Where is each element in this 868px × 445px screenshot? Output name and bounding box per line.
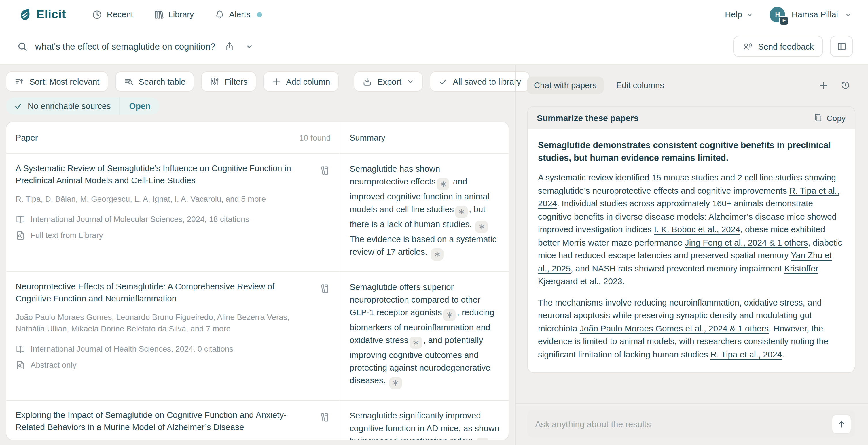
export-label: Export <box>377 77 401 86</box>
user-name: Hamsa Pillai <box>792 10 838 19</box>
summary-card-title: Summarize these papers <box>537 113 639 123</box>
summary-card-header: Summarize these papers Copy <box>528 107 855 129</box>
citation-asterisk-chip[interactable]: ∗ <box>437 178 450 190</box>
search-icon <box>17 41 28 52</box>
citation-asterisk-chip[interactable]: ∗ <box>389 377 402 389</box>
chat-history-icon[interactable] <box>840 80 851 90</box>
citation-asterisk-chip[interactable]: ∗ <box>476 438 489 440</box>
citation-link[interactable]: R. Tipa et al., 2024 <box>710 350 782 359</box>
main-content: Sort: Most relevant Search table Filters <box>0 65 868 445</box>
add-column-button[interactable]: Add column <box>263 71 339 92</box>
paper-authors: R. Tipa, D. Bălan, M. Georgescu, L. A. I… <box>16 194 333 205</box>
summary-text: Semaglutide significantly improved cogni… <box>350 409 499 440</box>
results-toolbar: Sort: Most relevant Search table Filters <box>6 71 509 92</box>
user-menu[interactable]: H E Hamsa Pillai <box>770 7 852 22</box>
document-search-icon <box>16 360 25 370</box>
paper-title-link[interactable]: A Systematic Review of Semaglutide’s Inf… <box>16 162 333 187</box>
journal-text: International Journal of Molecular Scien… <box>31 215 249 224</box>
nav-item-alerts[interactable]: Alerts <box>215 9 262 19</box>
book-open-icon <box>16 344 25 354</box>
summary-cell: Semaglutide significantly improved cogni… <box>339 400 508 440</box>
search-query-area: what's the effect of semaglutide on cogn… <box>17 41 253 52</box>
search-query-input[interactable]: what's the effect of semaglutide on cogn… <box>35 41 215 52</box>
sort-button[interactable]: Sort: Most relevant <box>6 71 108 92</box>
search-options-chevron-icon[interactable] <box>245 42 253 51</box>
paper-cell: Neuroprotective Effects of Semaglutide: … <box>6 272 339 400</box>
chat-panel: Chat with papers Edit columns Summarize … <box>515 65 868 445</box>
open-paper-books-icon[interactable] <box>318 412 330 423</box>
citation-asterisk-chip[interactable]: ∗ <box>431 248 443 260</box>
new-chat-plus-icon[interactable] <box>818 81 828 90</box>
citation-link[interactable]: João Paulo Moraes Gomes et al., 2024 & 1… <box>580 324 769 333</box>
summary-paragraph: A systematic review identified 15 mouse … <box>538 172 844 288</box>
nav-item-library[interactable]: Library <box>154 9 194 19</box>
paper-title-link[interactable]: Exploring the Impact of Semaglutide on C… <box>16 409 333 434</box>
chevron-down-icon <box>844 11 852 18</box>
paper-cell: A Systematic Review of Semaglutide’s Inf… <box>6 154 339 271</box>
citation-link[interactable]: I. K. Boboc et al., 2024 <box>654 225 740 234</box>
send-feedback-button[interactable]: Send feedback <box>734 36 824 57</box>
check-icon <box>14 102 23 110</box>
book-open-icon <box>16 214 25 224</box>
results-table: Paper 10 found Summary A Systematic Revi… <box>6 122 509 440</box>
table-row: Neuroprotective Effects of Semaglutide: … <box>6 271 508 400</box>
ask-input[interactable] <box>535 419 832 429</box>
feedback-icon <box>743 41 753 52</box>
search-table-icon <box>124 77 133 86</box>
nav-label: Alerts <box>229 10 250 19</box>
brand-name: Elicit <box>36 7 66 21</box>
plus-icon <box>272 77 281 86</box>
enrichable-banner-row: No enrichable sources Open <box>6 97 509 115</box>
summary-cell: Semaglutide offers superior neuroprotect… <box>339 272 508 400</box>
elicit-logo[interactable]: Elicit <box>17 7 66 22</box>
avatar: H E <box>770 7 785 22</box>
help-menu[interactable]: Help <box>725 10 754 19</box>
nav-label: Library <box>168 10 194 19</box>
filters-icon <box>210 77 219 86</box>
alerts-notification-dot <box>257 12 262 17</box>
tab-edit-columns[interactable]: Edit columns <box>609 77 671 94</box>
summary-text: Semaglutide offers superior neuroprotect… <box>350 280 499 389</box>
paper-rows: A Systematic Review of Semaglutide’s Inf… <box>6 153 508 440</box>
send-message-button[interactable] <box>832 414 851 434</box>
banner-open-button[interactable]: Open <box>120 97 160 115</box>
chat-panel-tabs: Chat with papers Edit columns <box>527 77 851 94</box>
journal-text: International Journal of Health Sciences… <box>31 345 233 353</box>
nav-item-recent[interactable]: Recent <box>92 9 133 19</box>
citation-asterisk-chip[interactable]: ∗ <box>443 309 456 321</box>
citation-link[interactable]: R. Tipa et al., 2024 <box>538 186 839 208</box>
summary-paragraph: The mechanisms involve reducing neuroinf… <box>538 296 844 361</box>
export-download-icon <box>362 77 372 86</box>
citation-asterisk-chip[interactable]: ∗ <box>409 336 422 349</box>
side-panel-icon <box>837 41 846 51</box>
citation-asterisk-chip[interactable]: ∗ <box>455 206 468 218</box>
ask-input-bar <box>527 410 855 438</box>
toggle-side-panel-button[interactable] <box>830 36 853 57</box>
tab-chat-with-papers[interactable]: Chat with papers <box>527 77 603 94</box>
filters-button[interactable]: Filters <box>201 71 256 92</box>
share-icon[interactable] <box>225 41 235 51</box>
export-button[interactable]: Export <box>354 71 423 92</box>
document-search-icon <box>16 231 25 240</box>
citation-link[interactable]: Kristoffer Kjærgaard et al., 2023 <box>538 264 818 286</box>
summary-card-body: Semaglutide demonstrates consistent cogn… <box>528 129 855 373</box>
citation-link[interactable]: Jing Feng et al., 2024 & 1 others <box>685 238 808 247</box>
search-table-button[interactable]: Search table <box>115 71 194 92</box>
summary-card: Summarize these papers Copy Semaglutide … <box>527 106 855 373</box>
chat-panel-actions <box>818 80 851 90</box>
copy-button[interactable]: Copy <box>814 113 845 122</box>
open-paper-books-icon[interactable] <box>318 283 330 294</box>
citation-asterisk-chip[interactable]: ∗ <box>475 220 488 233</box>
open-paper-books-icon[interactable] <box>318 165 330 176</box>
help-label: Help <box>725 10 742 19</box>
avatar-badge: E <box>780 16 789 25</box>
paper-authors: João Paulo Moraes Gomes, Leonardo Bruno … <box>16 312 333 335</box>
paper-title-link[interactable]: Neuroprotective Effects of Semaglutide: … <box>16 280 333 305</box>
paper-column-header: Paper 10 found <box>6 122 339 153</box>
paper-header-label: Paper <box>16 133 38 142</box>
bell-icon <box>215 9 224 19</box>
summary-paragraphs: A systematic review identified 15 mouse … <box>538 172 844 361</box>
summary-heading: Semaglutide demonstrates consistent cogn… <box>538 139 844 164</box>
journal-info: International Journal of Molecular Scien… <box>16 214 333 224</box>
chevron-down-icon <box>407 78 414 85</box>
